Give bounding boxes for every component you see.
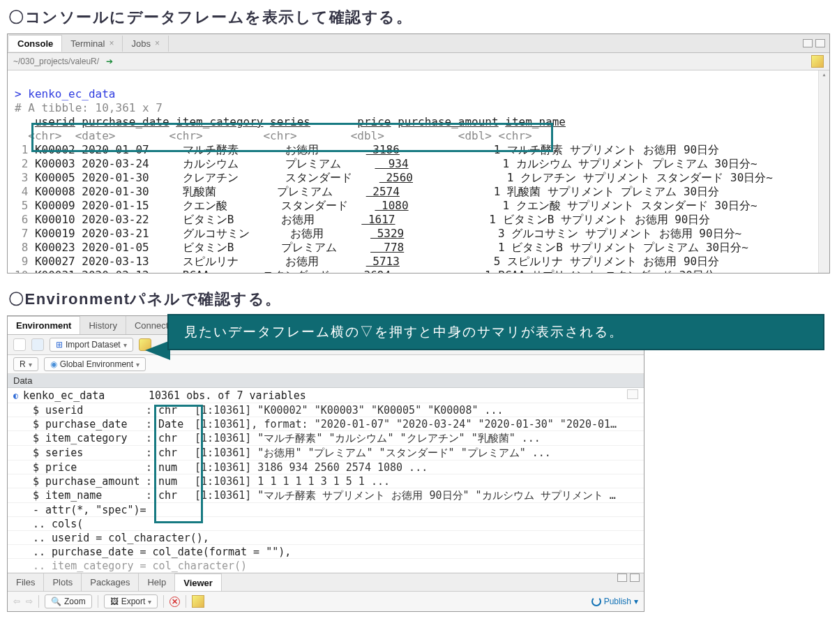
close-icon[interactable]: × [109, 38, 114, 48]
var-summary: [1:10361] "K00002" "K00003" "K00005" "K0… [195, 404, 504, 417]
chevron-down-icon: ▾ [123, 341, 127, 349]
env-variable-row: $ price: num[1:10361] 3186 934 2560 2574… [8, 460, 644, 474]
console-toolbar: ~/030_projects/valeuR/ ➔ [8, 53, 829, 70]
env-attr: .. item_category = col_character() [8, 559, 644, 573]
var-summary: [1:10361] 1 1 1 1 1 3 1 5 1 ... [195, 475, 390, 488]
env-scope[interactable]: ◉Global Environment▾ [44, 357, 146, 371]
tab-history[interactable]: History [80, 316, 126, 334]
env-variables: $ userid: chr[1:10361] "K00002" "K00003"… [8, 403, 644, 503]
close-icon[interactable]: × [155, 38, 160, 48]
clear-console-icon[interactable] [811, 55, 824, 68]
export-button[interactable]: 🖼 Export▾ [104, 594, 158, 608]
remove-viewer-icon[interactable]: ✕ [169, 597, 180, 607]
expand-toggle-icon[interactable]: ◐ [13, 389, 23, 402]
env-variable-row: $ item_name: chr[1:10361] "マルチ酵素 サプリメント … [8, 488, 644, 503]
publish-button[interactable]: Publish▾ [591, 597, 638, 606]
callout-bubble: 見たいデータフレーム横の▽を押すと中身のサマリが表示される。 [167, 314, 824, 350]
var-name: $ series [33, 447, 146, 459]
tibble-header: userid purchase_date item_category serie… [15, 115, 566, 128]
var-type: Date [158, 418, 195, 430]
tab-viewer[interactable]: Viewer [175, 574, 222, 591]
env-variable-row: $ series: chr[1:10361] "お徳用" "プレミアム" "スタ… [8, 446, 644, 460]
var-name: $ item_category [33, 432, 146, 444]
tab-console[interactable]: Console [9, 35, 62, 52]
var-summary: [1:10361] 3186 934 2560 2574 1080 ... [195, 461, 428, 474]
env-variable-row: $ userid: chr[1:10361] "K00002" "K00003"… [8, 403, 644, 417]
tibble-dim: # A tibble: 10,361 x 7 [15, 101, 163, 114]
tab-jobs[interactable]: Jobs× [123, 36, 168, 52]
tab-terminal[interactable]: Terminal× [62, 36, 123, 52]
environment-panel: Environment History Connections Build Gi… [7, 315, 644, 612]
var-type: num [158, 475, 195, 488]
tab-packages[interactable]: Packages [82, 574, 139, 591]
caption-console: 〇コンソールにデータフレームを表示して確認する。 [8, 7, 830, 28]
env-attr: .. userid = col_character(), [8, 531, 644, 545]
env-variable-row: $ item_category: chr[1:10361] "マルチ酵素" "カ… [8, 431, 644, 446]
env-section-data: Data [8, 374, 644, 388]
tibble-rows: 1 K00002 2020-01-07 マルチ酵素 お徳用 3186 1 マルチ… [15, 143, 773, 273]
publish-icon [591, 597, 601, 606]
tab-files[interactable]: Files [8, 574, 44, 591]
path-arrow-icon[interactable]: ➔ [106, 57, 113, 66]
env-variable-row: $ purchase_amount: num[1:10361] 1 1 1 1 … [8, 474, 644, 488]
zoom-button[interactable]: 🔍 Zoom [45, 594, 92, 608]
console-tabstrip: Console Terminal× Jobs× [8, 34, 829, 53]
caption-environment: 〇Environmentパネルで確認する。 [8, 289, 830, 310]
working-dir-path: ~/030_projects/valeuR/ [13, 57, 99, 66]
var-type: chr [158, 432, 195, 444]
minimize-pane-icon[interactable] [617, 574, 627, 582]
var-name: $ purchase_date [33, 418, 146, 430]
load-workspace-icon[interactable] [13, 338, 26, 351]
broom-icon[interactable] [192, 595, 204, 608]
env-variable-row: $ purchase_date: Date[1:10361], format: … [8, 417, 644, 431]
env-object-dim: 10361 obs. of 7 variables [149, 389, 627, 402]
env-attr: .. cols( [8, 517, 644, 531]
back-icon[interactable]: ⇦ [13, 597, 20, 606]
maximize-pane-icon[interactable] [815, 39, 825, 47]
tibble-types: <chr> <date> <chr> <chr> <dbl> <dbl> <ch… [15, 129, 532, 142]
var-name: $ price [33, 461, 146, 474]
env-scope-bar: R▾ ◉Global Environment▾ [8, 355, 644, 374]
maximize-pane-icon[interactable] [630, 574, 640, 582]
save-workspace-icon[interactable] [31, 338, 44, 351]
viewer-toolbar: ⇦ ⇨ 🔍 Zoom 🖼 Export▾ ✕ Publish▾ [8, 592, 644, 611]
import-dataset-button[interactable]: ⊞Import Dataset▾ [50, 338, 133, 352]
view-dataframe-icon[interactable] [627, 389, 638, 399]
var-summary: [1:10361] "マルチ酵素 サプリメント お徳用 90日分" "カルシウム… [195, 489, 616, 502]
var-type: chr [158, 447, 195, 459]
env-object-row[interactable]: ◐ kenko_ec_data 10361 obs. of 7 variable… [8, 388, 644, 403]
env-object-name: kenko_ec_data [23, 389, 149, 402]
var-summary: [1:10361], format: "2020-01-07" "2020-03… [195, 418, 617, 430]
forward-icon[interactable]: ⇨ [26, 597, 33, 606]
var-name: $ userid [33, 404, 146, 417]
var-summary: [1:10361] "お徳用" "プレミアム" "スタンダード" "プレミアム"… [195, 447, 551, 459]
viewer-tabstrip: Files Plots Packages Help Viewer [8, 573, 644, 592]
tab-help[interactable]: Help [139, 574, 175, 591]
minimize-pane-icon[interactable] [803, 39, 813, 47]
var-type: num [158, 461, 195, 474]
var-name: $ item_name [33, 489, 146, 502]
scrollbar[interactable]: ▴ [818, 70, 829, 273]
callout-pointer [145, 340, 170, 360]
var-name: $ purchase_amount [33, 475, 146, 488]
env-attr: - attr(*, "spec")= [8, 503, 644, 517]
var-summary: [1:10361] "マルチ酵素" "カルシウム" "クレアチン" "乳酸菌" … [195, 432, 541, 444]
console-panel: Console Terminal× Jobs× ~/030_projects/v… [7, 33, 830, 274]
env-attr: .. purchase_date = col_date(format = "")… [8, 545, 644, 559]
console-command: kenko_ec_data [28, 87, 115, 100]
var-type: chr [158, 404, 195, 417]
tab-plots[interactable]: Plots [44, 574, 82, 591]
tab-environment[interactable]: Environment [8, 316, 80, 334]
language-scope[interactable]: R▾ [13, 357, 38, 371]
var-type: chr [158, 489, 195, 502]
console-output[interactable]: > kenko_ec_data # A tibble: 10,361 x 7 u… [8, 70, 829, 273]
